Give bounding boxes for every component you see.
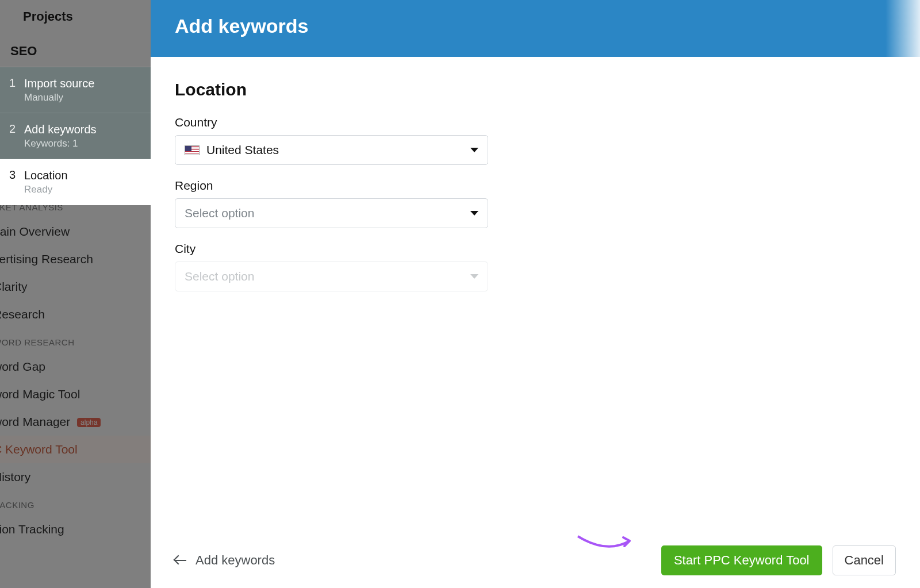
region-placeholder: Select option xyxy=(185,206,254,220)
sidebar-link[interactable]: nain Overview xyxy=(0,218,151,245)
region-select[interactable]: Select option xyxy=(175,198,488,228)
wizard-step-1[interactable]: 1 Import source Manually xyxy=(0,67,151,113)
sidebar-link[interactable]: vertising Research xyxy=(0,245,151,273)
back-label: Add keywords xyxy=(195,553,275,568)
field-city: City Select option xyxy=(175,242,896,291)
us-flag-icon xyxy=(185,145,200,155)
sidebar-projects[interactable]: Projects xyxy=(0,0,151,30)
sidebar-link[interactable]: word Gap xyxy=(0,353,151,381)
step-title: Location xyxy=(24,168,68,183)
wizard-step-2[interactable]: 2 Add keywords Keywords: 1 xyxy=(0,113,151,159)
sidebar-link[interactable]: ition Tracking xyxy=(0,516,151,543)
header-fade xyxy=(885,0,920,57)
field-region: Region Select option xyxy=(175,179,896,228)
wizard-step-3[interactable]: 3 Location Ready xyxy=(0,159,151,205)
sidebar-seo[interactable]: SEO xyxy=(0,36,151,67)
sidebar-link[interactable]: word Manager alpha xyxy=(0,408,151,436)
sidebar-link[interactable]: word Magic Tool xyxy=(0,381,151,408)
sidebar-link[interactable]: History xyxy=(0,463,151,491)
chevron-down-icon xyxy=(470,148,478,152)
sidebar-link[interactable]: Clarity xyxy=(0,273,151,301)
city-placeholder: Select option xyxy=(185,270,254,283)
step-subtitle: Keywords: 1 xyxy=(24,138,97,149)
country-label: Country xyxy=(175,116,896,129)
step-number: 2 xyxy=(9,122,16,136)
cancel-button[interactable]: Cancel xyxy=(833,545,896,575)
chevron-down-icon xyxy=(470,211,478,216)
back-button[interactable]: Add keywords xyxy=(175,553,275,568)
step-title: Import source xyxy=(24,76,94,91)
modal-header: Add keywords xyxy=(151,0,920,57)
step-subtitle: Ready xyxy=(24,184,68,195)
sidebar-section-tracking: RACKING xyxy=(0,491,151,516)
country-value: United States xyxy=(206,143,279,157)
country-select[interactable]: United States xyxy=(175,135,488,165)
region-label: Region xyxy=(175,179,896,193)
arrow-left-icon xyxy=(175,554,187,567)
modal-body: Location Country United States Region Se… xyxy=(151,57,920,533)
wizard-steps: 1 Import source Manually 2 Add keywords … xyxy=(0,67,151,205)
city-select: Select option xyxy=(175,262,488,291)
sidebar-link-active[interactable]: C Keyword Tool xyxy=(0,436,151,463)
field-country: Country United States xyxy=(175,116,896,165)
city-label: City xyxy=(175,242,896,256)
wizard-modal: Add keywords Location Country United Sta… xyxy=(151,0,920,588)
modal-footer: Add keywords Start PPC Keyword Tool Canc… xyxy=(151,533,920,588)
step-number: 1 xyxy=(9,76,16,90)
step-title: Add keywords xyxy=(24,122,97,137)
sidebar-section-keyword: WORD RESEARCH xyxy=(0,328,151,353)
chevron-down-icon xyxy=(470,274,478,279)
step-number: 3 xyxy=(9,168,16,182)
start-button[interactable]: Start PPC Keyword Tool xyxy=(661,545,822,575)
step-subtitle: Manually xyxy=(24,92,94,103)
section-title: Location xyxy=(175,80,896,99)
sidebar-link-label: word Manager xyxy=(0,415,70,428)
modal-title: Add keywords xyxy=(175,15,896,37)
sidebar-link[interactable]: Research xyxy=(0,301,151,328)
alpha-badge: alpha xyxy=(77,418,101,427)
